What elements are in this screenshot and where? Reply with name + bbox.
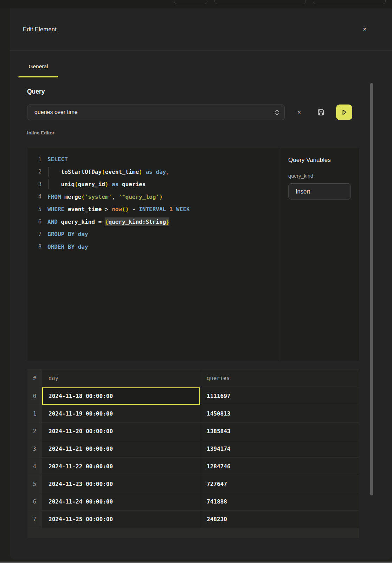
cell-index: 3 — [27, 440, 42, 457]
table-row[interactable]: 12024-11-19 00:00:001450813 — [27, 405, 359, 423]
cell-queries[interactable]: 1450813 — [200, 405, 359, 422]
code-token: uniq — [61, 181, 75, 188]
code-token — [61, 194, 65, 200]
code-token: now — [112, 206, 122, 213]
cell-queries[interactable]: 1284746 — [200, 458, 359, 475]
bottom-edge-bar — [0, 562, 392, 563]
clear-query-button[interactable]: ✕ — [295, 108, 303, 116]
table-row[interactable]: 72024-11-25 00:00:00248230 — [27, 511, 359, 528]
updown-chevron-icon — [275, 109, 279, 116]
results-table-footer — [27, 528, 359, 538]
code-line[interactable]: 3 uniq(query_id) as queries — [27, 178, 279, 191]
sql-code-editor[interactable]: 1SELECT2 toStartOfDay(event_time) as day… — [27, 148, 279, 361]
code-token: event_time — [68, 206, 102, 213]
save-query-button[interactable] — [316, 107, 326, 118]
code-line[interactable]: 1SELECT — [27, 153, 279, 166]
code-token: '^query_log' — [118, 194, 159, 200]
line-number: 4 — [27, 194, 47, 200]
cell-queries[interactable]: 248230 — [200, 511, 359, 528]
cell-queries[interactable]: 741888 — [200, 493, 359, 510]
x-icon: ✕ — [297, 110, 301, 115]
table-row[interactable]: 42024-11-22 00:00:001284746 — [27, 458, 359, 475]
cell-queries[interactable]: 1394174 — [200, 440, 359, 457]
insert-variable-button-label: Insert — [289, 188, 310, 195]
query-select[interactable]: queries over time — [27, 105, 285, 120]
code-token: event_time — [105, 169, 139, 175]
code-token: ) — [105, 181, 109, 188]
code-text: FROM merge('system', '^query_log') — [47, 194, 163, 200]
code-token: INTERVAL — [139, 206, 166, 213]
cell-index: 5 — [27, 475, 42, 493]
code-token: > — [102, 206, 112, 213]
tab-general-label: General — [18, 63, 58, 70]
code-line[interactable]: 7GROUP BY day — [27, 228, 279, 241]
code-token: GROUP BY — [47, 231, 75, 238]
code-token: ( — [102, 169, 105, 175]
insert-variable-button[interactable]: Insert — [288, 183, 351, 200]
cell-queries[interactable]: 1111697 — [200, 387, 359, 405]
variable-name-label: query_kind — [288, 173, 351, 179]
code-text: GROUP BY day — [47, 231, 88, 238]
code-line[interactable]: 6AND query_kind = {query_kind:String} — [27, 216, 279, 228]
table-row[interactable]: 32024-11-21 00:00:001394174 — [27, 440, 359, 458]
code-token — [75, 231, 78, 238]
code-token — [173, 206, 176, 213]
query-variables-panel: Query Variables query_kind Insert — [281, 148, 359, 361]
background-toolbar-button[interactable] — [313, 0, 386, 4]
background-toolbar-button[interactable] — [174, 0, 207, 4]
code-token: () — [122, 206, 129, 213]
run-query-button[interactable] — [336, 105, 352, 120]
code-token — [64, 206, 68, 213]
line-number: 2 — [27, 169, 47, 175]
cell-queries[interactable]: 727647 — [200, 475, 359, 493]
code-token — [153, 169, 156, 175]
code-text: AND query_kind = {query_kind:String} — [47, 219, 169, 225]
table-row[interactable]: 62024-11-24 00:00:00741888 — [27, 493, 359, 511]
header-cell-day: day — [42, 369, 200, 387]
cell-queries[interactable]: 1385843 — [200, 423, 359, 440]
code-token: merge — [64, 194, 81, 200]
close-icon[interactable]: ✕ — [360, 24, 369, 34]
code-line[interactable]: 4FROM merge('system', '^query_log') — [27, 191, 279, 203]
cell-day[interactable]: 2024-11-24 00:00:00 — [42, 493, 200, 510]
line-number: 7 — [27, 231, 47, 238]
cell-day[interactable]: 2024-11-22 00:00:00 — [42, 458, 200, 475]
code-token: 'system' — [85, 194, 112, 200]
query-select-value: queries over time — [27, 109, 78, 115]
code-token: toStartOfDay — [61, 169, 102, 175]
edit-element-modal: Edit Element ✕ General Query queries ove… — [10, 8, 392, 559]
cell-day-selected[interactable]: 2024-11-18 00:00:00 — [42, 387, 200, 405]
code-line[interactable]: 8ORDER BY day — [27, 241, 279, 253]
code-token: } — [166, 217, 169, 226]
code-token: ORDER BY — [47, 243, 75, 250]
code-token: query_kind:String — [108, 217, 166, 226]
cell-day[interactable]: 2024-11-23 00:00:00 — [42, 475, 200, 493]
table-body: 02024-11-18 00:00:00111169712024-11-19 0… — [27, 387, 359, 528]
modal-scrollbar[interactable] — [370, 83, 373, 495]
code-token: query_kind — [61, 219, 95, 225]
table-row[interactable]: 22024-11-20 00:00:001385843 — [27, 423, 359, 440]
results-table: # day queries 02024-11-18 00:00:00111169… — [27, 369, 359, 538]
inline-editor-label: Inline Editor — [27, 130, 54, 135]
code-text: SELECT — [47, 156, 68, 163]
cell-index: 6 — [27, 493, 42, 510]
line-number: 6 — [27, 219, 47, 225]
line-number: 8 — [27, 243, 47, 250]
code-line[interactable]: 2 toStartOfDay(event_time) as day, — [27, 166, 279, 178]
header-divider — [10, 50, 392, 51]
cell-day[interactable]: 2024-11-21 00:00:00 — [42, 440, 200, 457]
code-text: ORDER BY day — [47, 243, 88, 250]
cell-day[interactable]: 2024-11-20 00:00:00 — [42, 423, 200, 440]
cell-day[interactable]: 2024-11-25 00:00:00 — [42, 511, 200, 528]
code-token: day — [78, 243, 88, 250]
inline-editor: 1SELECT2 toStartOfDay(event_time) as day… — [27, 148, 359, 361]
code-token — [47, 181, 61, 188]
code-text: uniq(query_id) as queries — [47, 181, 146, 188]
background-toolbar-button[interactable] — [214, 0, 306, 4]
cell-day[interactable]: 2024-11-19 00:00:00 — [42, 405, 200, 422]
code-line[interactable]: 5WHERE event_time > now() - INTERVAL 1 W… — [27, 203, 279, 216]
table-row[interactable]: 02024-11-18 00:00:001111697 — [27, 387, 359, 405]
code-token: WEEK — [176, 206, 190, 213]
table-row[interactable]: 52024-11-23 00:00:00727647 — [27, 475, 359, 493]
tab-general[interactable]: General — [18, 58, 58, 77]
